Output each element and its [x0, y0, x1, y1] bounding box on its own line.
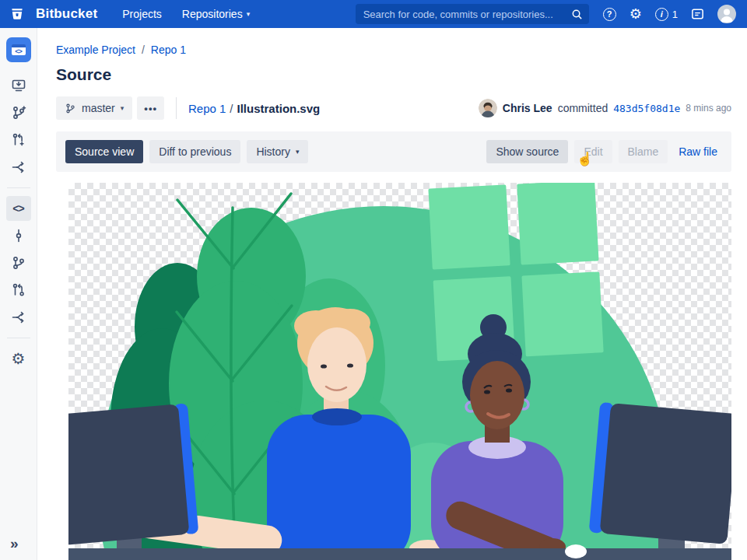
- sidebar-item-commits[interactable]: [6, 223, 31, 248]
- file-path: Repo 1 / Illustration.svg: [188, 102, 320, 115]
- desk: [68, 548, 731, 560]
- pull-requests-icon: [11, 282, 26, 298]
- sidebar-item-branches[interactable]: [6, 250, 31, 275]
- left-sidebar: <> <>: [0, 28, 37, 560]
- path-repo-link[interactable]: Repo 1: [188, 102, 226, 115]
- nav-repositories[interactable]: Repositories ▾: [182, 8, 250, 20]
- repo-avatar[interactable]: <>: [6, 37, 31, 62]
- help-icon[interactable]: ?: [603, 8, 616, 21]
- raw-file-link[interactable]: Raw file: [674, 145, 722, 158]
- commit-hash-link[interactable]: 483d5f08d1e: [613, 103, 680, 114]
- chevron-down-icon: ▾: [247, 10, 251, 18]
- path-file-name: Illustration.svg: [237, 102, 321, 115]
- user-avatar[interactable]: [717, 5, 736, 23]
- sidebar-item-pull-requests[interactable]: [6, 278, 31, 303]
- top-nav: Bitbucket Projects Repositories ▾ ? ⚙ i …: [0, 0, 747, 28]
- brand[interactable]: Bitbucket: [36, 6, 97, 22]
- brand-name: Bitbucket: [36, 6, 97, 22]
- repo-code-icon: <>: [12, 44, 26, 55]
- gear-icon[interactable]: ⚙: [630, 7, 642, 21]
- illustration-svg: [68, 183, 731, 560]
- source-code-icon: <>: [12, 202, 23, 215]
- settings-gear-icon: ⚙: [12, 351, 26, 366]
- branch-name: master: [82, 102, 115, 114]
- branch-icon: [65, 103, 76, 114]
- nav-projects[interactable]: Projects: [122, 8, 162, 20]
- more-options-button[interactable]: •••: [137, 96, 164, 120]
- breadcrumb: Example Project / Repo 1: [56, 44, 731, 56]
- compare-icon: [11, 159, 26, 175]
- create-branch-icon: [11, 105, 26, 121]
- sidebar-item-compare[interactable]: [6, 155, 31, 180]
- commit-action: committed: [558, 102, 608, 114]
- sidebar-item-create-pull-request[interactable]: [6, 128, 31, 152]
- committer-avatar[interactable]: [479, 99, 497, 117]
- sidebar-item-forks[interactable]: [6, 305, 31, 330]
- show-source-button[interactable]: Show source: [486, 140, 568, 163]
- source-view-button[interactable]: Source view: [65, 140, 143, 163]
- search-icon[interactable]: [571, 9, 583, 20]
- path-separator: /: [230, 102, 233, 115]
- search-input[interactable]: [363, 9, 571, 20]
- create-pull-request-icon: [11, 132, 26, 148]
- clone-icon: [11, 78, 26, 93]
- branch-selector[interactable]: master ▾: [56, 96, 132, 120]
- mouse: [565, 544, 587, 558]
- expand-sidebar-button[interactable]: »: [0, 535, 37, 552]
- nav-menu: Projects Repositories ▾: [122, 8, 250, 20]
- diff-to-previous-button[interactable]: Diff to previous: [149, 140, 240, 163]
- notification-count: 1: [672, 9, 678, 20]
- feedback-icon[interactable]: [691, 8, 704, 21]
- blame-button[interactable]: Blame: [619, 140, 668, 163]
- last-commit-info: Chris Lee committed 483d5f08d1e 8 mins a…: [479, 99, 731, 117]
- info-icon: i: [655, 8, 668, 21]
- notifications[interactable]: i 1: [655, 8, 678, 21]
- mouse-cursor-icon: ☝: [577, 151, 593, 167]
- sidebar-item-settings[interactable]: ⚙: [6, 346, 31, 371]
- chevron-down-icon: ▾: [296, 148, 300, 156]
- divider: [176, 97, 177, 119]
- sidebar-divider: [7, 187, 30, 188]
- main-content: Example Project / Repo 1 Source master ▾…: [37, 28, 747, 560]
- bitbucket-logo-icon[interactable]: [9, 6, 25, 22]
- breadcrumb-separator: /: [142, 44, 145, 56]
- toolbar-right: Show source Edit Blame Raw file: [486, 140, 722, 163]
- chevron-down-icon: ▾: [121, 104, 124, 112]
- sidebar-item-clone[interactable]: [6, 73, 31, 98]
- breadcrumb-repo-link[interactable]: Repo 1: [151, 44, 186, 56]
- double-chevron-right-icon: »: [10, 535, 19, 551]
- breadcrumb-project-link[interactable]: Example Project: [56, 44, 135, 56]
- nav-icons: ? ⚙ i 1: [603, 5, 736, 23]
- file-header-row: master ▾ ••• Repo 1 / Illustration.svg C…: [56, 96, 731, 121]
- search-box[interactable]: [356, 4, 589, 24]
- file-toolbar: Source view Diff to previous History ▾ S…: [56, 131, 731, 172]
- history-dropdown[interactable]: History ▾: [247, 140, 308, 163]
- committer-name: Chris Lee: [503, 102, 552, 114]
- sidebar-item-source[interactable]: <>: [6, 196, 31, 221]
- branches-icon: [11, 255, 26, 271]
- sidebar-divider: [7, 338, 30, 338]
- svg-file-preview: [68, 183, 731, 560]
- sidebar-item-create-branch[interactable]: [6, 100, 31, 125]
- forks-icon: [11, 310, 26, 325]
- page-title: Source: [56, 65, 731, 84]
- commits-icon: [11, 228, 26, 243]
- commit-time: 8 mins ago: [686, 103, 731, 114]
